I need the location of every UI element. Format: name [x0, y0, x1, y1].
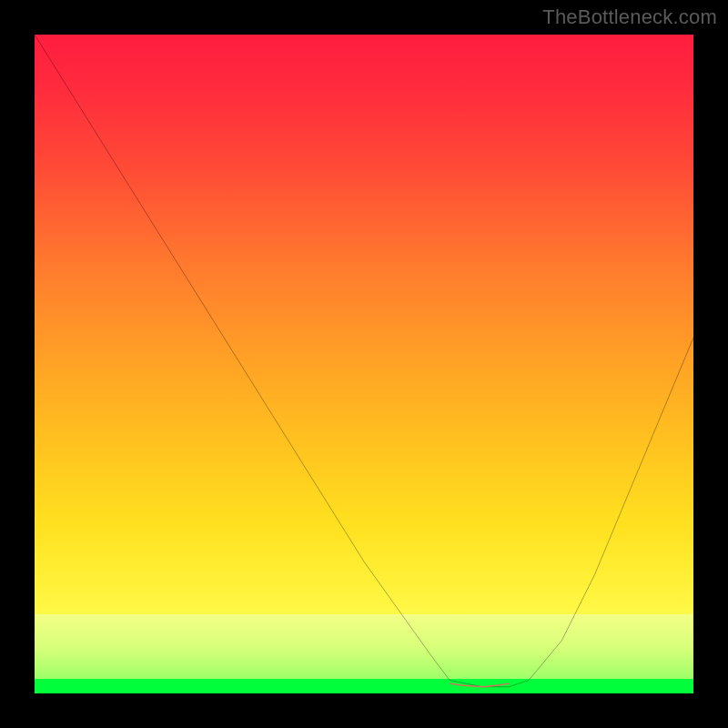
curve-path [35, 35, 693, 687]
curve-layer [35, 35, 693, 693]
optimal-segment [450, 683, 509, 687]
optimal-path [450, 683, 509, 687]
chart-frame: TheBottleneck.com [0, 0, 728, 728]
watermark-text: TheBottleneck.com [542, 5, 717, 29]
bottleneck-curve [35, 35, 693, 687]
plot-area [35, 35, 693, 693]
